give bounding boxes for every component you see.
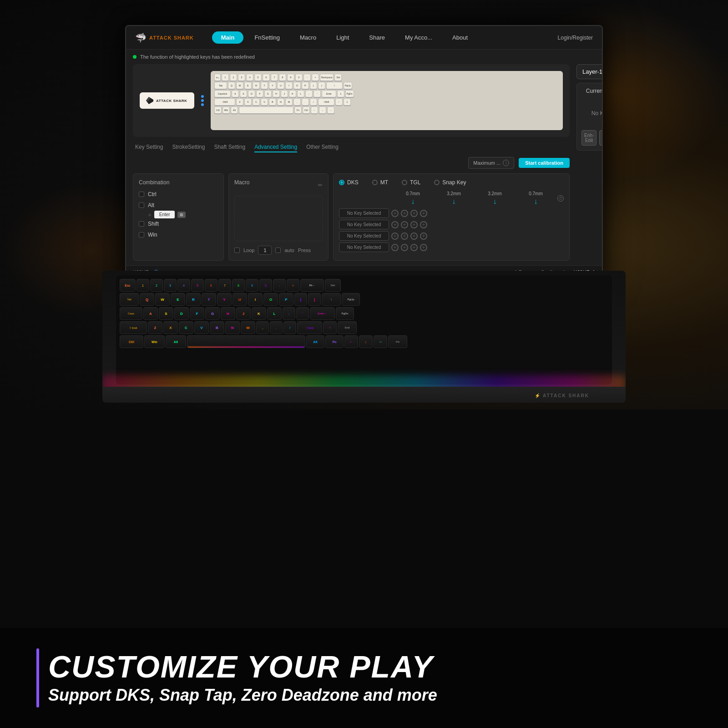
key-pgup[interactable]: PgUp — [344, 82, 352, 89]
key-esc[interactable]: Esc — [214, 74, 221, 81]
mode-tgl[interactable]: TGL — [402, 179, 420, 186]
key-pgdn[interactable]: PgDn — [345, 90, 354, 97]
key-right[interactable]: → — [327, 106, 334, 114]
key-v[interactable]: V — [261, 98, 268, 106]
key-rbracket[interactable]: ] — [318, 82, 325, 89]
dks-key-btn-4[interactable]: No Key Selected — [339, 243, 389, 252]
key-up[interactable]: ↑ — [335, 98, 343, 106]
key-l[interactable]: L — [297, 90, 304, 97]
mode-snapkey[interactable]: Snap Key — [434, 179, 466, 186]
key-e[interactable]: E — [244, 82, 252, 89]
key-t[interactable]: T — [261, 82, 268, 89]
key-s[interactable]: S — [240, 90, 247, 97]
key-rshift[interactable]: ↑Shift — [318, 98, 334, 106]
key-f[interactable]: F — [256, 90, 263, 97]
key-m[interactable]: M — [285, 98, 293, 106]
loop-count[interactable]: 1 — [258, 246, 272, 255]
key-q[interactable]: Q — [228, 82, 235, 89]
tab-main[interactable]: Main — [212, 31, 244, 44]
key-2[interactable]: 2 — [230, 74, 237, 81]
tab-key-setting[interactable]: Key Setting — [135, 142, 163, 152]
combo-shift-checkbox[interactable] — [139, 221, 144, 227]
key-i[interactable]: I — [285, 82, 293, 89]
key-equals[interactable]: = — [312, 74, 319, 81]
dks-plus-3-col3[interactable]: + — [410, 233, 418, 240]
combo-ctrl-checkbox[interactable] — [139, 192, 144, 197]
dks-key-btn-1[interactable]: No Key Selected — [339, 208, 389, 218]
timer-icon[interactable]: ⏱ — [557, 195, 564, 202]
info-icon[interactable]: i — [503, 160, 509, 166]
dks-plus-3-col1[interactable]: + — [391, 233, 399, 240]
tab-macro[interactable]: Macro — [291, 31, 325, 44]
dks-plus-2-col1[interactable]: + — [391, 221, 399, 228]
mode-mt[interactable]: MT — [372, 179, 388, 186]
key-enter[interactable]: Enter — [322, 90, 336, 97]
key-semicolon[interactable]: ; — [305, 90, 313, 97]
key-del[interactable]: Del — [334, 74, 342, 81]
key-left[interactable]: ← — [311, 106, 318, 114]
enh-edit-btn[interactable]: Enh-Edit — [581, 130, 597, 146]
key-z[interactable]: Z — [236, 98, 243, 106]
dks-plus-1-col4[interactable]: + — [420, 210, 427, 217]
key-w[interactable]: W — [236, 82, 243, 89]
key-p[interactable]: P — [302, 82, 309, 89]
dks-plus-1-col2[interactable]: + — [401, 210, 408, 217]
dks-key-btn-2[interactable]: No Key Selected — [339, 220, 389, 229]
key-capslock[interactable]: Capslock — [214, 90, 231, 97]
key-7[interactable]: 7 — [271, 74, 278, 81]
auto-checkbox[interactable] — [275, 248, 281, 253]
dks-plus-4-col1[interactable]: + — [391, 244, 399, 251]
maximum-input[interactable]: Maximum ... i — [468, 157, 514, 169]
layer-selector[interactable]: Layer-1 ▼ — [576, 64, 603, 79]
key-backslash[interactable]: \ — [326, 82, 343, 89]
key-minus[interactable]: - — [303, 74, 311, 81]
key-5[interactable]: 5 — [254, 74, 262, 81]
dks-plus-1-col1[interactable]: + — [391, 210, 399, 217]
dks-plus-2-col3[interactable]: + — [410, 221, 418, 228]
key-u[interactable]: U — [277, 82, 284, 89]
key-k[interactable]: K — [289, 90, 296, 97]
key-8[interactable]: 8 — [279, 74, 286, 81]
key-tab[interactable]: Tab — [214, 82, 227, 89]
dks-plus-4-col4[interactable]: + — [420, 244, 427, 251]
key-y[interactable]: Y — [269, 82, 276, 89]
key-lbracket[interactable]: [ — [310, 82, 317, 89]
key-backspace[interactable]: Backspace — [320, 74, 334, 81]
key-b[interactable]: B — [269, 98, 276, 106]
login-register-button[interactable]: Login/Register — [558, 35, 593, 41]
key-c[interactable]: C — [253, 98, 260, 106]
tab-other-setting[interactable]: Other Setting — [306, 142, 339, 152]
key-fn[interactable]: Fn — [294, 106, 302, 114]
key-num2[interactable]: 1 — [344, 98, 351, 106]
key-h[interactable]: H — [273, 90, 280, 97]
dks-plus-2-col2[interactable]: + — [401, 221, 408, 228]
key-down[interactable]: ↓ — [319, 106, 326, 114]
key-lshift[interactable]: ↑Shift — [214, 98, 235, 106]
combo-alt-checkbox[interactable] — [139, 202, 144, 208]
delete-btn[interactable]: Delete — [599, 130, 603, 146]
key-3[interactable]: 3 — [238, 74, 245, 81]
dks-plus-3-col2[interactable]: + — [401, 233, 408, 240]
key-a[interactable]: A — [232, 90, 239, 97]
macro-edit-icon[interactable]: ✏ — [318, 182, 323, 188]
dks-plus-4-col2[interactable]: + — [401, 244, 408, 251]
key-comma[interactable]: , — [293, 98, 301, 106]
key-lctrl[interactable]: Ctrl — [214, 106, 222, 114]
key-d[interactable]: D — [248, 90, 255, 97]
tab-about[interactable]: About — [443, 31, 477, 44]
mode-dks[interactable]: DKS — [339, 179, 359, 186]
key-win[interactable]: Win — [222, 106, 230, 114]
key-0[interactable]: 0 — [295, 74, 303, 81]
key-lalt[interactable]: Alt — [231, 106, 238, 114]
combo-key-input[interactable]: Enter — [154, 211, 175, 218]
key-9[interactable]: 9 — [287, 74, 294, 81]
tab-fnsetting[interactable]: FnSetting — [245, 31, 289, 44]
key-period[interactable]: . — [302, 98, 309, 106]
key-r[interactable]: R — [253, 82, 260, 89]
tab-myaccount[interactable]: My Acco... — [396, 31, 441, 44]
dks-plus-1-col3[interactable]: + — [410, 210, 418, 217]
key-4[interactable]: 4 — [246, 74, 253, 81]
key-rctrl[interactable]: Ctrl — [303, 106, 310, 114]
key-g[interactable]: G — [264, 90, 272, 97]
tab-light[interactable]: Light — [327, 31, 358, 44]
